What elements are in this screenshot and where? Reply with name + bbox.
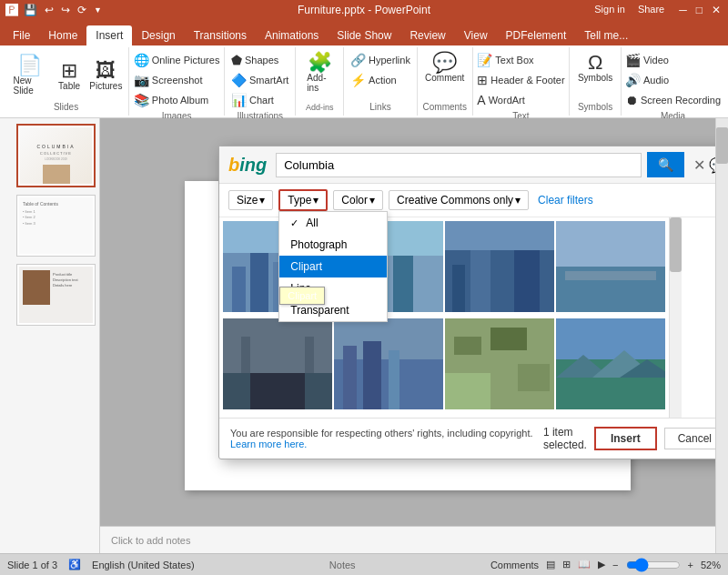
bing-search-button[interactable]: 🔍: [647, 152, 684, 177]
bing-scrollbar[interactable]: [669, 217, 682, 418]
tab-insert[interactable]: Insert: [86, 25, 132, 45]
pictures-button[interactable]: 🖼 Pictures: [89, 59, 123, 93]
ribbon-group-illustrations: ⬟ Shapes 🔷 SmartArt 📊 Chart Illustration…: [225, 47, 296, 116]
slide-thumb-1[interactable]: COLUMBIA COLLECTIVE LOOKBOOK 2019: [16, 124, 96, 187]
bing-image-5[interactable]: [223, 318, 332, 409]
tab-view[interactable]: View: [455, 25, 497, 45]
size-chevron-icon: ▾: [259, 194, 265, 207]
ribbon-group-media: 🎬 Video 🔊 Audio ⏺ Screen Recording Media: [622, 47, 724, 116]
chart-button[interactable]: 📊 Chart: [228, 91, 292, 109]
bing-search-input[interactable]: [276, 153, 642, 177]
textbox-button[interactable]: 📝 Text Box: [473, 51, 568, 69]
bing-image-4[interactable]: [556, 221, 665, 312]
zoom-out-btn[interactable]: −: [612, 560, 618, 570]
zoom-slider[interactable]: [626, 558, 681, 572]
learn-more-link[interactable]: Learn more here.: [230, 439, 307, 449]
screenshot-button[interactable]: 📷 Screenshot: [130, 71, 224, 89]
type-option-all[interactable]: All: [279, 212, 387, 234]
hyperlink-button[interactable]: 🔗 Hyperlink: [347, 51, 414, 69]
share-btn[interactable]: Share: [638, 4, 664, 16]
bing-image-3[interactable]: [445, 221, 554, 312]
view-reading-icon[interactable]: 📖: [578, 559, 591, 570]
action-button[interactable]: ⚡ Action: [347, 71, 414, 89]
smartart-icon: 🔷: [231, 73, 247, 87]
bing-scrollbar-thumb[interactable]: [670, 217, 682, 272]
bing-image-3-content: [445, 221, 554, 312]
view-normal-icon[interactable]: ▤: [546, 559, 555, 570]
screen-recording-button[interactable]: ⏺ Screen Recording: [622, 91, 724, 109]
notes-tab[interactable]: Notes: [329, 560, 356, 570]
undo-icon[interactable]: ↩: [43, 4, 56, 16]
dropdown-icon[interactable]: ▼: [92, 5, 104, 15]
bing-image-8[interactable]: [556, 318, 665, 409]
replay-icon[interactable]: ⟳: [76, 4, 88, 16]
type-option-photograph[interactable]: Photograph: [279, 234, 387, 256]
shapes-button[interactable]: ⬟ Shapes: [228, 51, 292, 69]
close-btn[interactable]: ✕: [710, 4, 723, 16]
addins-button[interactable]: 🧩 Add-ins: [303, 51, 336, 95]
color-filter-button[interactable]: Color ▾: [333, 190, 383, 210]
sign-in-label[interactable]: Sign in: [594, 4, 625, 16]
tab-design[interactable]: Design: [132, 25, 184, 45]
bing-close-button[interactable]: ✕: [693, 156, 705, 174]
view-slidesorter-icon[interactable]: ⊞: [562, 559, 571, 570]
minimize-btn[interactable]: ─: [677, 4, 689, 16]
illustrations-buttons: ⬟ Shapes 🔷 SmartArt 📊 Chart: [228, 51, 292, 109]
pictures-icon: 🖼: [96, 61, 116, 81]
cancel-button[interactable]: Cancel: [664, 428, 715, 449]
slide-thumb-2[interactable]: Table of Contents • Item 1• Item 2• Item…: [16, 195, 96, 257]
size-filter-button[interactable]: Size ▾: [228, 190, 273, 210]
svg-rect-28: [343, 346, 357, 409]
svg-rect-21: [223, 318, 332, 373]
bing-image-6[interactable]: [334, 318, 443, 409]
table-button[interactable]: ⊞ Table: [53, 59, 86, 93]
slide-info: Slide 1 of 3: [7, 560, 57, 570]
video-button[interactable]: 🎬 Video: [622, 51, 724, 69]
clear-filters-link[interactable]: Clear filters: [538, 194, 593, 207]
online-pictures-button[interactable]: 🌐 Online Pictures: [130, 51, 224, 69]
tab-tell-me[interactable]: Tell me...: [575, 25, 637, 45]
slide-thumb-3[interactable]: Product titleDescription textDetails her…: [16, 264, 96, 326]
tab-pdfelement[interactable]: PDFelement: [497, 25, 576, 45]
symbols-button[interactable]: Ω Symbols: [574, 51, 616, 85]
save-icon[interactable]: 💾: [22, 4, 39, 16]
insert-button[interactable]: Insert: [594, 427, 657, 450]
smartart-button[interactable]: 🔷 SmartArt: [228, 71, 292, 89]
bing-chat-icon[interactable]: 💬: [709, 156, 715, 174]
main-slide-area: COLUMBIA COLLECTIVE LOOKBOOK 2019 bing 🔍…: [100, 118, 715, 553]
tab-file[interactable]: File: [4, 25, 39, 45]
main-scrollbar-thumb[interactable]: [716, 127, 728, 164]
svg-rect-35: [445, 373, 490, 409]
slide-thumb-wrapper-1[interactable]: 1 COLUMBIA COLLECTIVE LOOKBOOK 2019: [4, 124, 96, 187]
ribbon: 📄 New Slide ⊞ Table 🖼 Pictures Slides 🌐 …: [0, 45, 728, 118]
new-slide-button[interactable]: 📄 New Slide: [9, 54, 49, 97]
zoom-in-btn[interactable]: +: [688, 560, 693, 570]
comment-button[interactable]: 💬 Comment: [421, 51, 468, 85]
type-filter-button[interactable]: Type ▾: [278, 189, 328, 211]
redo-icon[interactable]: ↪: [59, 4, 72, 16]
main-scrollbar[interactable]: [715, 118, 728, 553]
restore-btn[interactable]: □: [694, 4, 704, 16]
slide-thumb-wrapper-2[interactable]: 2 Table of Contents • Item 1• Item 2• It…: [4, 195, 96, 257]
cc-filter-button[interactable]: Creative Commons only ▾: [389, 190, 529, 210]
view-slideshow-icon[interactable]: ▶: [598, 559, 605, 570]
bing-image-7[interactable]: [445, 318, 554, 409]
comments-tab[interactable]: Comments: [490, 560, 539, 570]
textbox-icon: 📝: [477, 53, 492, 67]
header-footer-button[interactable]: ⊞ Header & Footer: [473, 71, 568, 89]
cc-chevron-icon: ▾: [515, 194, 521, 207]
notes-area[interactable]: Click to add notes: [100, 526, 715, 553]
tab-review[interactable]: Review: [400, 25, 454, 45]
tab-home[interactable]: Home: [39, 25, 86, 45]
tab-animations[interactable]: Animations: [256, 25, 328, 45]
type-option-clipart[interactable]: Clipart Clipart: [279, 256, 387, 277]
tab-transitions[interactable]: Transitions: [185, 25, 256, 45]
wordart-button[interactable]: A WordArt: [473, 91, 568, 109]
tab-slideshow[interactable]: Slide Show: [328, 25, 400, 45]
slide-thumb-wrapper-3[interactable]: 3 Product titleDescription textDetails h…: [4, 264, 96, 326]
svg-rect-24: [305, 337, 314, 373]
photo-album-button[interactable]: 📚 Photo Album: [130, 91, 224, 109]
audio-button[interactable]: 🔊 Audio: [622, 71, 724, 89]
ribbon-tab-bar: File Home Insert Design Transitions Anim…: [0, 20, 728, 45]
type-filter-dropdown: Type ▾ All Photograph Clipart Clipart Li…: [278, 189, 328, 211]
